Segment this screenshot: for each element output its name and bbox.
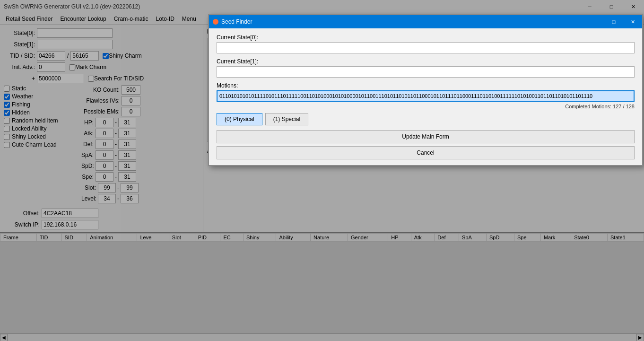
modal-update-main-form-button[interactable]: Update Main Form — [217, 130, 635, 143]
modal-type-buttons: (0) Physical (1) Special — [217, 113, 635, 125]
modal-close-button[interactable]: ✕ — [623, 15, 642, 28]
app-window: SwSh OWRNG Generator GUI v2.1.0 (dev-202… — [0, 0, 644, 341]
seed-finder-modal: Seed Finder ─ □ ✕ Current State[0]: Curr… — [208, 14, 643, 166]
modal-cancel-button[interactable]: Cancel — [217, 146, 635, 159]
modal-state0-input[interactable] — [217, 42, 635, 53]
modal-body: Current State[0]: Current State[1]: Moti… — [209, 28, 642, 165]
modal-physical-button[interactable]: (0) Physical — [217, 113, 262, 125]
modal-title: Seed Finder — [221, 18, 252, 25]
modal-special-button[interactable]: (1) Special — [265, 113, 308, 125]
modal-title-bar: Seed Finder ─ □ ✕ — [209, 15, 642, 28]
modal-maximize-button[interactable]: □ — [604, 15, 623, 28]
modal-state1-label: Current State[1]: — [217, 58, 635, 65]
modal-state1-input[interactable] — [217, 66, 635, 78]
modal-overlay: Seed Finder ─ □ ✕ Current State[0]: Curr… — [0, 0, 644, 341]
modal-controls: ─ □ ✕ — [585, 15, 642, 28]
modal-motions-label: Motions: — [217, 82, 635, 89]
modal-minimize-button[interactable]: ─ — [585, 15, 604, 28]
modal-motions-input[interactable] — [217, 90, 635, 102]
modal-title-dot — [213, 19, 218, 25]
modal-state0-label: Current State[0]: — [217, 34, 635, 41]
modal-completed-text: Completed Motions: 127 / 128 — [217, 104, 635, 109]
